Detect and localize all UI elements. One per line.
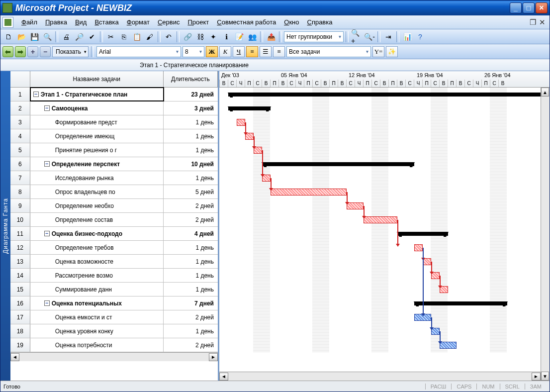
- row-number[interactable]: 12: [10, 241, 30, 254]
- menu-вставка[interactable]: Вставка: [91, 16, 122, 28]
- task-name-cell[interactable]: Оценка уровня конку: [30, 324, 164, 338]
- row-number[interactable]: 19: [10, 338, 30, 352]
- task-duration-cell[interactable]: 2 дней: [164, 213, 218, 226]
- bold-button[interactable]: Ж: [206, 46, 218, 57]
- task-bar[interactable]: [431, 328, 440, 335]
- row-number[interactable]: 6: [10, 157, 30, 171]
- menu-проект[interactable]: Проект: [183, 16, 213, 28]
- table-row[interactable]: 13Оценка возможносте1 день: [10, 255, 218, 269]
- align-center-button[interactable]: ☰: [260, 46, 272, 57]
- col-duration[interactable]: Длительность: [164, 71, 218, 87]
- summary-bar[interactable]: [414, 301, 507, 305]
- task-duration-cell[interactable]: 1 день: [164, 143, 218, 157]
- task-name-cell[interactable]: Определение имеющ: [30, 129, 164, 143]
- search-icon[interactable]: 🔍: [41, 31, 53, 43]
- task-name-cell[interactable]: Определение состав: [30, 213, 164, 226]
- entry-text[interactable]: Этап 1 - Стратегическое планирование: [140, 62, 249, 69]
- col-name[interactable]: Название задачи: [30, 71, 164, 87]
- cut-icon[interactable]: ✂: [105, 31, 117, 43]
- zoom-in-icon[interactable]: 🔍+: [351, 31, 363, 43]
- scroll-left-icon[interactable]: ◄: [10, 353, 19, 361]
- row-number[interactable]: 17: [10, 310, 30, 324]
- task-duration-cell[interactable]: 1 день: [164, 241, 218, 254]
- project-icon[interactable]: [2, 17, 13, 28]
- task-bar[interactable]: [237, 119, 245, 126]
- open-icon[interactable]: 📂: [15, 31, 27, 43]
- row-number[interactable]: 8: [10, 185, 30, 198]
- table-row[interactable]: 11−Оценка бизнес-подходо4 дней: [10, 227, 218, 241]
- task-duration-cell[interactable]: 23 дней: [164, 88, 218, 101]
- task-duration-cell[interactable]: 1 день: [164, 269, 218, 282]
- table-row[interactable]: 1−Этап 1 - Стратегическое план23 дней: [10, 88, 218, 101]
- scroll-left-icon[interactable]: ◄: [219, 373, 228, 381]
- menu-вид[interactable]: Вид: [71, 16, 91, 28]
- fontsize-dropdown[interactable]: 8: [183, 46, 204, 57]
- task-name-cell[interactable]: Исследование рынка: [30, 171, 164, 185]
- goto-task-icon[interactable]: ⇥: [382, 31, 394, 43]
- menu-справка[interactable]: Справка: [303, 16, 336, 28]
- print-icon[interactable]: 🖨: [60, 31, 72, 43]
- nav-up-icon[interactable]: +: [27, 46, 38, 57]
- paste-icon[interactable]: 📋: [131, 31, 143, 43]
- task-name-cell[interactable]: −Определение перспект: [30, 157, 164, 171]
- collapse-icon[interactable]: −: [33, 92, 39, 97]
- task-duration-cell[interactable]: 1 день: [164, 129, 218, 143]
- table-row[interactable]: 12Определение требов1 день: [10, 241, 218, 255]
- table-row[interactable]: 7Исследование рынка1 день: [10, 171, 218, 185]
- filter-dropdown[interactable]: Все задачи: [286, 46, 371, 57]
- task-name-cell[interactable]: Принятие решения о г: [30, 143, 164, 157]
- help-icon[interactable]: ?: [414, 31, 426, 43]
- view-bar[interactable]: Диаграмма Ганта: [0, 71, 10, 381]
- row-number[interactable]: 14: [10, 269, 30, 282]
- table-row[interactable]: 3Формирование предст1 день: [10, 115, 218, 129]
- task-bar[interactable]: [364, 216, 397, 223]
- table-row[interactable]: 2−Самооценка3 дней: [10, 101, 218, 115]
- scroll-up-icon[interactable]: ▲: [541, 88, 549, 97]
- table-row[interactable]: 4Определение имеющ1 день: [10, 129, 218, 143]
- collapse-icon[interactable]: −: [44, 300, 50, 306]
- task-name-cell[interactable]: −Этап 1 - Стратегическое план: [30, 88, 164, 101]
- row-number[interactable]: 7: [10, 171, 30, 185]
- task-duration-cell[interactable]: 4 дней: [164, 227, 218, 240]
- menu-окно[interactable]: Окно: [280, 16, 303, 28]
- task-name-cell[interactable]: Рассмотрение возмо: [30, 269, 164, 282]
- summary-bar[interactable]: [228, 93, 550, 97]
- table-row[interactable]: 10Определение состав2 дней: [10, 213, 218, 227]
- collapse-icon[interactable]: −: [44, 105, 50, 111]
- info-icon[interactable]: ℹ: [220, 31, 232, 43]
- task-bar[interactable]: [440, 286, 448, 293]
- show-outline-button[interactable]: Показать: [52, 46, 89, 57]
- task-duration-cell[interactable]: 3 дней: [164, 101, 218, 115]
- task-duration-cell[interactable]: 1 день: [164, 255, 218, 268]
- close-button[interactable]: ×: [536, 2, 548, 13]
- row-number[interactable]: 3: [10, 115, 30, 129]
- autofilter-button[interactable]: Y=: [372, 46, 384, 57]
- task-duration-cell[interactable]: 7 дней: [164, 296, 218, 310]
- new-icon[interactable]: 🗋: [2, 31, 14, 43]
- italic-button[interactable]: К: [219, 46, 231, 57]
- task-bar[interactable]: [347, 202, 364, 209]
- task-bar[interactable]: [254, 147, 262, 154]
- collapse-icon[interactable]: −: [44, 161, 50, 167]
- task-name-cell[interactable]: −Оценка бизнес-подходо: [30, 227, 164, 240]
- row-number[interactable]: 13: [10, 255, 30, 268]
- font-dropdown[interactable]: Arial: [96, 46, 181, 57]
- task-duration-cell[interactable]: 10 дней: [164, 157, 218, 171]
- group-dropdown[interactable]: Нет группировки: [284, 31, 344, 42]
- task-name-cell[interactable]: Определение требов: [30, 241, 164, 254]
- menu-совместная работа[interactable]: Совместная работа: [213, 16, 280, 28]
- task-name-cell[interactable]: Определение необхо: [30, 199, 164, 212]
- task-bar[interactable]: [262, 175, 271, 182]
- table-row[interactable]: 8Опрос владельцев по5 дней: [10, 185, 218, 199]
- task-name-cell[interactable]: Суммирование данн: [30, 283, 164, 296]
- scroll-right-icon[interactable]: ►: [209, 353, 218, 361]
- gantt-vscroll[interactable]: ▲ ▼: [541, 88, 550, 381]
- wizard-icon[interactable]: 📊: [401, 31, 413, 43]
- row-number[interactable]: 10: [10, 213, 30, 226]
- note-icon[interactable]: 📝: [233, 31, 245, 43]
- row-number[interactable]: 2: [10, 101, 30, 115]
- scroll-down-icon[interactable]: ▼: [541, 372, 549, 381]
- format-painter-icon[interactable]: 🖌: [144, 31, 156, 43]
- task-duration-cell[interactable]: 1 день: [164, 171, 218, 185]
- task-duration-cell[interactable]: 2 дней: [164, 199, 218, 212]
